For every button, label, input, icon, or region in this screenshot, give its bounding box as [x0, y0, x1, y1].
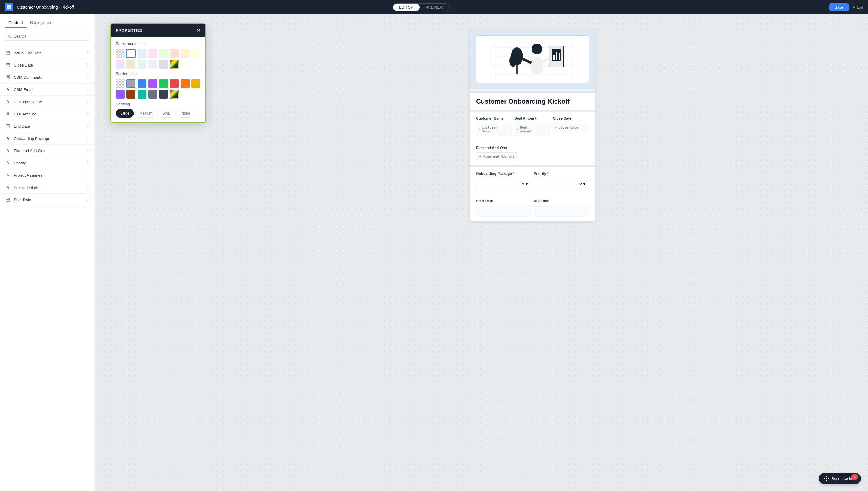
sidebar-item-start-date[interactable]: Start Date ⠿: [0, 194, 95, 206]
color-swatch-lightbrown[interactable]: [126, 60, 136, 68]
exit-button[interactable]: ✕ Exit: [852, 5, 863, 9]
border-swatch-orange[interactable]: [181, 79, 190, 88]
background-color-label: Background color: [116, 41, 200, 46]
field-icon: ≡: [517, 128, 519, 131]
sidebar-item-label: Start Date: [14, 198, 84, 202]
svg-rect-18: [6, 125, 9, 128]
color-swatch-lightblue[interactable]: [138, 49, 146, 58]
priority-label-text: Priority: [533, 172, 546, 176]
search-input-wrap: [5, 32, 90, 40]
due-date-col: Due Date: [533, 199, 589, 216]
sidebar-item-actual-end-date[interactable]: Actual End Date ⠿: [0, 47, 95, 59]
onboarding-package-label-text: Onboarding Package: [476, 172, 512, 176]
top-fields-section: Customer Name ≡ CustomerName Deal Amount: [470, 112, 595, 141]
color-swatch-white[interactable]: [126, 49, 136, 58]
app-logo: [5, 3, 13, 11]
svg-point-40: [826, 476, 827, 477]
border-swatch-darkgray[interactable]: [159, 90, 168, 99]
priority-col: Priority * ▾: [533, 172, 589, 189]
priority-select[interactable]: ▾: [533, 178, 589, 189]
svg-rect-35: [559, 53, 560, 60]
resource-hub-button[interactable]: 32 Resource hub: [819, 473, 861, 484]
calendar-icon: [5, 123, 11, 129]
customer-name-field[interactable]: ≡ CustomerName: [476, 123, 512, 136]
border-swatch-multicolor[interactable]: [170, 90, 179, 99]
color-swatch-lightgray1[interactable]: [148, 60, 157, 68]
resource-hub-badge: 32: [851, 474, 858, 480]
sidebar-item-label: Customer Name: [14, 99, 84, 104]
required-star: *: [513, 172, 514, 176]
border-swatch-gray[interactable]: [126, 79, 136, 88]
color-swatch-lightyellow[interactable]: [192, 49, 200, 58]
border-swatch-blue[interactable]: [138, 79, 146, 88]
sidebar-item-onboarding-package[interactable]: A Onboarding Package ⠿: [0, 133, 95, 145]
svg-rect-10: [6, 63, 9, 67]
onboarding-package-select[interactable]: ▾: [476, 178, 531, 189]
color-swatch-lightgray2[interactable]: [159, 60, 168, 68]
color-swatch-lightlavender[interactable]: [116, 60, 125, 68]
sidebar-tab-background[interactable]: Background: [27, 18, 56, 28]
sidebar-item-csm-email[interactable]: A CSM Email ⠿: [0, 84, 95, 96]
field-icon: ≡: [479, 128, 481, 131]
form-title: Customer Onboarding Kickoff: [476, 97, 589, 105]
tab-preview[interactable]: PREVIEW: [420, 4, 450, 11]
border-swatch-purple[interactable]: [148, 79, 157, 88]
sidebar-item-csm-comments[interactable]: CSM Comments ⠿: [0, 71, 95, 84]
hash-icon: #: [5, 111, 11, 117]
drag-handle-icon: ⠿: [87, 75, 90, 80]
start-date-field[interactable]: [476, 205, 531, 216]
sidebar-item-priority[interactable]: A Priority ⠿: [0, 157, 95, 169]
sidebar-item-customer-name[interactable]: A Customer Name ⠿: [0, 96, 95, 108]
sidebar-item-label: Close Date: [14, 63, 84, 67]
sidebar-item-deal-amount[interactable]: # Deal Amount ⠿: [0, 108, 95, 120]
sidebar-item-project-details[interactable]: A Project Details ⠿: [0, 181, 95, 194]
border-swatch-green[interactable]: [159, 79, 168, 88]
color-swatch-lightsalmon[interactable]: [170, 49, 179, 58]
padding-none-button[interactable]: None: [177, 109, 195, 118]
plan-field-icon: ≡: [479, 154, 482, 158]
padding-small-button[interactable]: Small: [158, 109, 176, 118]
sidebar-item-label: CSM Comments: [14, 75, 84, 80]
padding-large-button[interactable]: Large: [116, 109, 134, 118]
form-divider-1: [470, 89, 595, 92]
tab-editor[interactable]: EDITOR: [393, 4, 420, 11]
start-date-label: Start Date: [476, 199, 531, 203]
border-swatch-teal[interactable]: [138, 90, 146, 99]
border-swatch-red[interactable]: [170, 79, 179, 88]
svg-rect-0: [7, 5, 9, 7]
border-swatch-transparent[interactable]: [116, 79, 125, 88]
sidebar-item-close-date[interactable]: Close Date ⠿: [0, 59, 95, 71]
color-swatch-transparent[interactable]: [116, 49, 125, 58]
sidebar-item-label: CSM Email: [14, 87, 84, 92]
color-swatch-lighttan[interactable]: [181, 49, 190, 58]
onboarding-package-select-input[interactable]: [479, 181, 526, 186]
save-button[interactable]: Save: [829, 3, 849, 11]
color-swatch-lightgreen[interactable]: [159, 49, 168, 58]
due-date-field[interactable]: [533, 205, 589, 216]
sidebar-item-plan-and-addons[interactable]: A Plan and Add-Ons ⠿: [0, 145, 95, 157]
padding-medium-button[interactable]: Medium: [135, 109, 157, 118]
close-date-field[interactable]: ≡ Close Date: [553, 123, 589, 132]
border-swatch-brown[interactable]: [126, 90, 136, 99]
color-swatch-paleteal[interactable]: [138, 60, 146, 68]
border-swatch-lavender[interactable]: [116, 90, 125, 99]
properties-header: PROPERTIES ✕: [111, 24, 205, 37]
deal-amount-field[interactable]: ≡ DealAmount: [515, 123, 551, 136]
sidebar-item-end-date[interactable]: End Date ⠿: [0, 120, 95, 133]
canvas: PROPERTIES ✕ Background color: [95, 14, 868, 491]
border-swatch-midgray[interactable]: [148, 90, 157, 99]
search-input[interactable]: [14, 34, 87, 38]
border-swatch-yellow[interactable]: [192, 79, 200, 88]
sidebar-item-project-assignee[interactable]: A Project Assignee ⠿: [0, 169, 95, 181]
plan-field-text: Plan and Add-Ons: [483, 154, 515, 158]
properties-close-button[interactable]: ✕: [197, 27, 200, 33]
plan-addons-label: Plan and Add-Ons: [476, 146, 589, 150]
color-swatch-multicolor[interactable]: [170, 60, 179, 68]
plan-addons-field[interactable]: ≡ Plan and Add-Ons: [476, 152, 518, 161]
sidebar-tab-content[interactable]: Content: [5, 18, 27, 28]
priority-select-input[interactable]: [537, 181, 583, 186]
color-swatch-lightpink[interactable]: [148, 49, 157, 58]
svg-point-41: [826, 480, 827, 481]
customer-name-inner: ≡ CustomerName: [479, 125, 510, 133]
due-date-label: Due Date: [533, 199, 589, 203]
